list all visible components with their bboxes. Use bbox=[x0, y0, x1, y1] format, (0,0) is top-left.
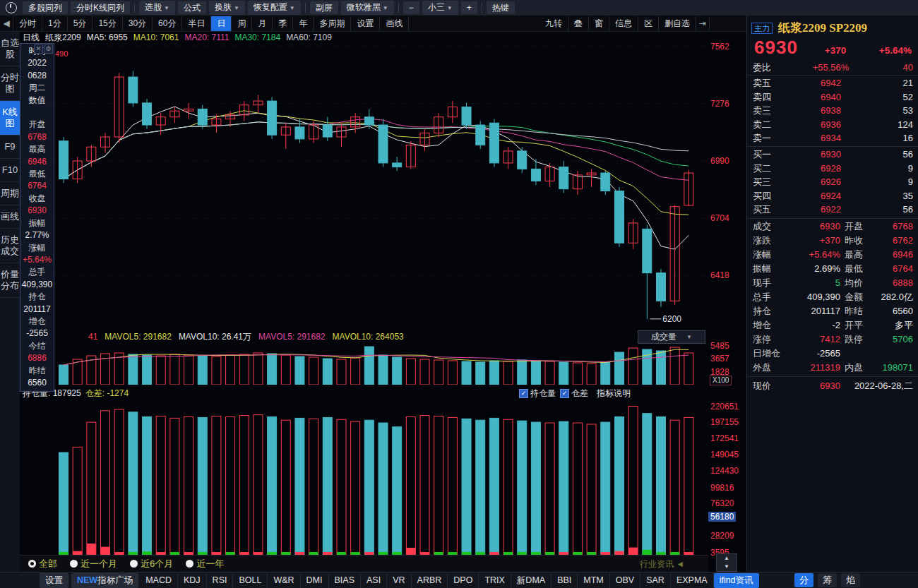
period-item-分时[interactable]: 分时 bbox=[13, 16, 42, 31]
bid-row-3[interactable]: 买三69269 bbox=[747, 175, 918, 189]
period-item-日[interactable]: 日 bbox=[211, 16, 232, 31]
kline-y-tick: 7562 bbox=[710, 42, 729, 52]
mini-tab-焰[interactable]: 焰 bbox=[841, 573, 860, 587]
tool-item-窗[interactable]: 窗 bbox=[589, 16, 609, 31]
sidebar-item-自选股[interactable]: 自选股 bbox=[0, 32, 20, 66]
menu-item-0[interactable]: 多股同列 bbox=[23, 1, 68, 14]
period-item-季[interactable]: 季 bbox=[273, 16, 293, 31]
indicator-item-TRIX[interactable]: TRIX bbox=[479, 573, 511, 588]
indicator-item-BBI[interactable]: BBI bbox=[552, 573, 578, 588]
period-item-5分[interactable]: 5分 bbox=[68, 16, 93, 31]
mini-tab-分[interactable]: 分 bbox=[794, 573, 813, 587]
tooltip-close-icon[interactable]: ✕ bbox=[34, 44, 43, 54]
period-item-设置[interactable]: 设置 bbox=[351, 16, 380, 31]
ask-row-1[interactable]: 卖一693416 bbox=[747, 131, 918, 145]
scroll-down-icon[interactable]: ▼ bbox=[717, 563, 737, 571]
period-item-1分[interactable]: 1分 bbox=[42, 16, 68, 31]
sidebar-item-F9[interactable]: F9 bbox=[0, 136, 20, 159]
collapse-left-icon[interactable]: ◀ bbox=[0, 18, 13, 30]
sidebar-item-历史成交[interactable]: 历史成交 bbox=[0, 229, 20, 263]
indicator-item-EXPMA[interactable]: EXPMA bbox=[671, 573, 714, 588]
industry-news-link[interactable]: 行业资讯 ◄ bbox=[640, 558, 684, 570]
period-item-15分[interactable]: 15分 bbox=[93, 16, 122, 31]
expand-right-icon[interactable]: ⇥ bbox=[696, 18, 710, 30]
bid-row-5[interactable]: 买五692256 bbox=[747, 203, 918, 217]
tool-item-信息[interactable]: 信息 bbox=[609, 16, 638, 31]
period-item-60分[interactable]: 60分 bbox=[153, 16, 182, 31]
period-item-多周期[interactable]: 多周期 bbox=[314, 16, 351, 31]
menu-item-5[interactable]: 换肤▼ bbox=[209, 1, 245, 15]
ask-row-5[interactable]: 卖五694221 bbox=[747, 76, 918, 90]
sidebar-item-价量分布[interactable]: 价量分布 bbox=[0, 263, 20, 298]
volume-indicator-select[interactable]: 成交量▼ bbox=[638, 330, 705, 344]
bid-row-1[interactable]: 买一693056 bbox=[747, 148, 918, 162]
menu-item-3[interactable]: 选股▼ bbox=[139, 1, 175, 15]
indicator-help-link[interactable]: 指标说明 bbox=[597, 388, 631, 400]
indicator-item-DPO[interactable]: DPO bbox=[448, 573, 479, 588]
tool-item-九转[interactable]: 九转 bbox=[540, 16, 568, 31]
indicator-item-设置[interactable]: 设置 bbox=[40, 573, 68, 588]
menu-item-1[interactable]: 分时K线同列 bbox=[71, 1, 130, 14]
period-item-周[interactable]: 周 bbox=[232, 16, 252, 31]
scroll-up-icon[interactable]: ▲ bbox=[717, 554, 737, 563]
menu-item-11[interactable]: − bbox=[403, 1, 419, 14]
menu-item-15[interactable]: 热键 bbox=[487, 1, 515, 14]
sidebar-item-F10[interactable]: F10 bbox=[0, 159, 20, 182]
sidebar-item-分时图[interactable]: 分时图 bbox=[0, 66, 20, 101]
indicator-item-NEW指标广场[interactable]: NEW指标广场 bbox=[71, 573, 138, 588]
menu-item-6[interactable]: 恢复配置▼ bbox=[248, 1, 301, 15]
period-item-年[interactable]: 年 bbox=[293, 16, 314, 31]
indicator-item-KDJ[interactable]: KDJ bbox=[178, 573, 207, 588]
period-item-半日[interactable]: 半日 bbox=[182, 16, 211, 31]
indicator-item-MACD[interactable]: MACD bbox=[140, 573, 178, 588]
bid-row-4[interactable]: 买四692435 bbox=[747, 189, 918, 203]
range-radio-近6个月[interactable]: 近6个月 bbox=[130, 558, 173, 570]
tool-item-删自选[interactable]: 删自选 bbox=[659, 16, 696, 31]
checkbox-仓差[interactable]: ✓仓差 bbox=[560, 388, 588, 400]
indicator-item-BIAS[interactable]: BIAS bbox=[329, 573, 362, 588]
kline-chart[interactable]: 6200490 bbox=[20, 41, 708, 330]
indicator-item-新DMA[interactable]: 新DMA bbox=[511, 573, 552, 588]
period-item-画线[interactable]: 画线 bbox=[380, 16, 409, 31]
menu-item-12[interactable]: 小三▼ bbox=[422, 1, 458, 15]
menu-item-8[interactable]: 副屏 bbox=[310, 1, 338, 14]
clock-icon[interactable] bbox=[6, 2, 17, 13]
period-item-30分[interactable]: 30分 bbox=[123, 16, 153, 31]
tooltip-gear-icon[interactable]: ⚙ bbox=[44, 44, 53, 54]
indicator-item-ifind资讯[interactable]: ifind资讯 bbox=[714, 573, 759, 588]
indicator-item-ASI[interactable]: ASI bbox=[361, 573, 387, 588]
range-radio-近一个月[interactable]: 近一个月 bbox=[70, 558, 117, 570]
indicator-item-ARBR[interactable]: ARBR bbox=[412, 573, 448, 588]
indicator-item-MTM[interactable]: MTM bbox=[578, 573, 609, 588]
mini-tab-筹[interactable]: 筹 bbox=[818, 573, 837, 587]
ask-row-4[interactable]: 卖四694052 bbox=[747, 90, 918, 104]
indicator-item-RSI[interactable]: RSI bbox=[207, 573, 234, 588]
tool-item-区[interactable]: 区 bbox=[638, 16, 659, 31]
sidebar-item-周期[interactable]: 周期 bbox=[0, 182, 20, 205]
main-contract-badge[interactable]: 主力 bbox=[751, 23, 773, 34]
sidebar-item-画线[interactable]: 画线 bbox=[0, 205, 20, 229]
bid-row-2[interactable]: 买二69289 bbox=[747, 162, 918, 176]
range-radio-近一年[interactable]: 近一年 bbox=[186, 558, 224, 570]
indicator-item-OBV[interactable]: OBV bbox=[610, 573, 640, 588]
checkbox-持仓量[interactable]: ✓持仓量 bbox=[519, 388, 556, 400]
volume-chart[interactable] bbox=[20, 344, 708, 385]
indicator-item-BOLL[interactable]: BOLL bbox=[233, 573, 268, 588]
menu-item-9[interactable]: 微软雅黑▼ bbox=[341, 1, 394, 15]
bid-volume: 9 bbox=[876, 175, 913, 189]
indicator-item-DMI[interactable]: DMI bbox=[301, 573, 329, 588]
sidebar-item-K线图[interactable]: K线图 bbox=[0, 101, 20, 136]
period-item-月[interactable]: 月 bbox=[252, 16, 273, 31]
ask-row-2[interactable]: 卖二6936124 bbox=[747, 118, 918, 132]
menu-item-4[interactable]: 公式 bbox=[178, 1, 206, 14]
stat-label: 最高 bbox=[845, 248, 874, 262]
tool-item-叠[interactable]: 叠 bbox=[568, 16, 589, 31]
indicator-item-VR[interactable]: VR bbox=[387, 573, 411, 588]
ask-row-3[interactable]: 卖三693853 bbox=[747, 104, 918, 118]
menu-item-13[interactable]: + bbox=[461, 1, 477, 14]
indicator-item-W&R[interactable]: W&R bbox=[268, 573, 300, 588]
ask-volume: 53 bbox=[876, 104, 913, 118]
indicator-item-SAR[interactable]: SAR bbox=[640, 573, 671, 588]
range-radio-全部[interactable]: 全部 bbox=[28, 558, 57, 570]
open-interest-chart[interactable] bbox=[20, 400, 708, 555]
